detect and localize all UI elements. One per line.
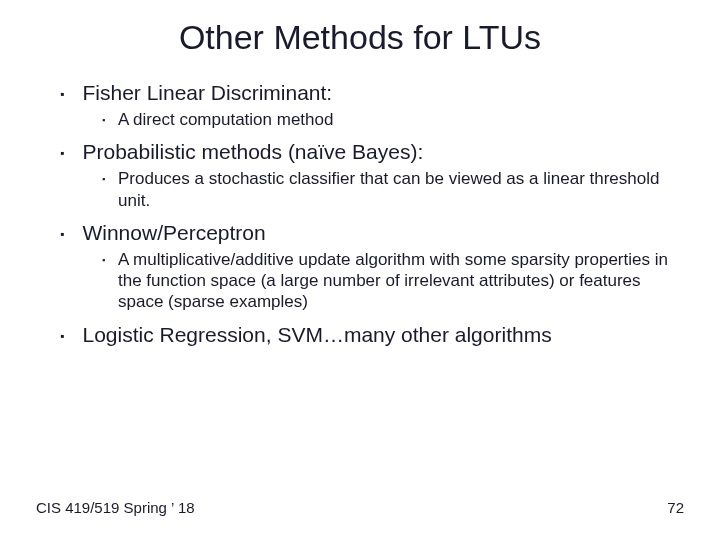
footer-left: CIS 419/519 Spring ’ 18	[36, 499, 195, 516]
bullet-list: Fisher Linear Discriminant: A direct com…	[48, 81, 672, 347]
sublist: A multiplicative/additive update algorit…	[60, 249, 672, 313]
sublist-item-label: A direct computation method	[118, 109, 333, 130]
footer-page-number: 72	[667, 499, 684, 516]
list-item-label: Winnow/Perceptron	[82, 221, 265, 244]
sublist-item: Produces a stochastic classifier that ca…	[102, 168, 672, 211]
list-item-label: Probabilistic methods (naïve Bayes):	[82, 140, 423, 163]
sublist: Produces a stochastic classifier that ca…	[60, 168, 672, 211]
sublist-item: A multiplicative/additive update algorit…	[102, 249, 672, 313]
list-item-label: Logistic Regression, SVM…many other algo…	[82, 323, 551, 346]
list-item-label: Fisher Linear Discriminant:	[82, 81, 332, 104]
sublist-item-label: A multiplicative/additive update algorit…	[118, 249, 672, 313]
sublist-item-label: Produces a stochastic classifier that ca…	[118, 168, 672, 211]
slide: Other Methods for LTUs Fisher Linear Dis…	[0, 0, 720, 540]
sublist: A direct computation method	[60, 109, 672, 130]
sublist-item: A direct computation method	[102, 109, 672, 130]
list-item: Fisher Linear Discriminant: A direct com…	[60, 81, 672, 130]
list-item: Logistic Regression, SVM…many other algo…	[60, 323, 672, 347]
list-item: Probabilistic methods (naïve Bayes): Pro…	[60, 140, 672, 211]
list-item: Winnow/Perceptron A multiplicative/addit…	[60, 221, 672, 313]
footer: CIS 419/519 Spring ’ 18 72	[36, 499, 684, 516]
slide-title: Other Methods for LTUs	[48, 18, 672, 57]
